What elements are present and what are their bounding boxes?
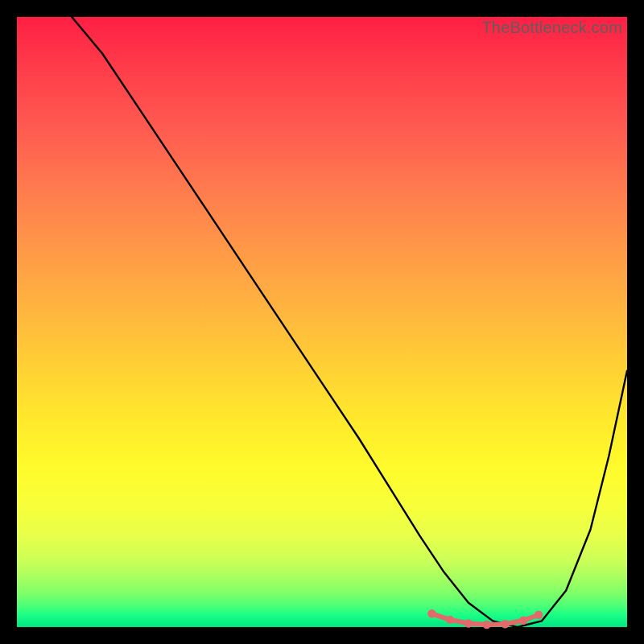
- bottleneck-curve: [72, 17, 627, 627]
- curve-layer: [17, 17, 627, 627]
- chart-frame: TheBottleneck.com: [17, 17, 627, 627]
